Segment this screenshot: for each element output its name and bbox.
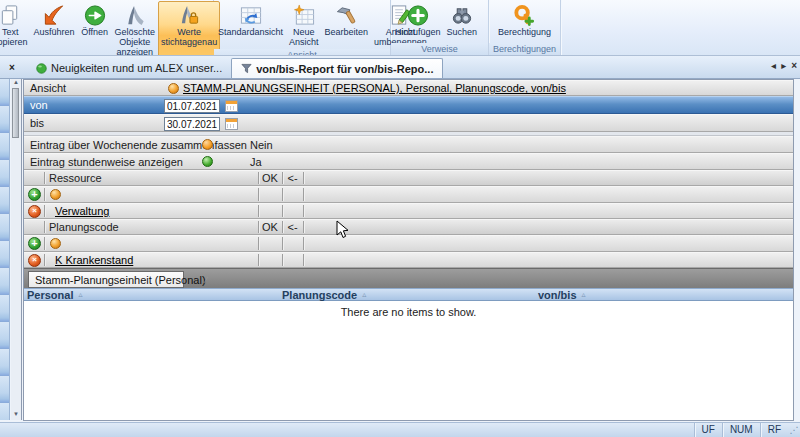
tab-news[interactable]: Neuigkeiten rund um ALEX unser... — [27, 58, 231, 78]
plus-icon: + — [31, 189, 37, 200]
document-tabbar: × Neuigkeiten rund um ALEX unser... von/… — [0, 56, 800, 79]
bis-label: bis — [30, 117, 44, 129]
column-header-vonbis[interactable]: von/bis▵ — [538, 288, 586, 301]
standard-view-grid-icon — [237, 3, 265, 28]
result-section-band: Stamm-Planungseinheit (Personal) ∕ — [24, 268, 793, 288]
ressource-item-link[interactable]: Verwaltung — [55, 204, 109, 218]
von-calendar-icon[interactable] — [225, 100, 238, 112]
show-deleted-objects-button[interactable]: Gelöschte Objekte anzeigen — [112, 1, 159, 56]
resize-grip-icon: ⋰ — [788, 423, 800, 437]
ressource-ball-icon[interactable] — [50, 187, 61, 202]
bis-calendar-icon[interactable] — [225, 118, 238, 130]
scroll-up-icon[interactable]: ▲ — [11, 77, 21, 88]
globe-icon — [36, 63, 47, 74]
new-view-button[interactable]: Neue Ansicht — [286, 1, 322, 49]
open-button[interactable]: Öffnen — [78, 1, 112, 56]
collapsed-side-panel[interactable] — [0, 79, 10, 420]
panel-close-button[interactable]: × — [3, 59, 21, 76]
hourly-status-icon — [202, 154, 213, 169]
ribbon-group-berechtigungen: Berechtigung Berechtigungen — [489, 0, 561, 55]
report-form-panel: Ansicht STAMM-PLANUNGSEINHEIT (PERSONAL)… — [23, 79, 794, 421]
column-header-planungscode[interactable]: Planungscode▵ — [282, 288, 366, 301]
add-plus-icon — [404, 3, 432, 28]
remove-icon: × — [32, 207, 37, 215]
planungscode-header-label: Planungscode — [49, 220, 119, 234]
ribbon-toolbar: Text kopieren Ausführen Öffnen — [0, 0, 800, 56]
execute-arrow-icon — [40, 3, 68, 28]
planungscode-add-row: + — [24, 235, 793, 252]
deleted-objects-icon — [121, 3, 149, 28]
sort-asc-icon: ▵ — [78, 290, 82, 299]
ribbon-group-label-ansicht: Ansicht — [214, 49, 390, 56]
ansicht-label: Ansicht — [30, 82, 66, 94]
tab-report-label: von/bis-Report für von/bis-Repo... — [256, 63, 433, 75]
add-ressource-button[interactable]: + — [28, 187, 41, 202]
values-keydate-button[interactable]: Werte stichtaggenau — [158, 1, 220, 56]
ressource-add-row: + — [24, 186, 793, 203]
sort-asc-icon: ▵ — [362, 290, 366, 299]
edit-label: Bearbeiten — [325, 28, 369, 38]
empty-table-message: There are no items to show. — [24, 306, 793, 318]
execute-button[interactable]: Ausführen — [31, 1, 78, 56]
sheet-tab-stamm-planungseinheit[interactable]: Stamm-Planungseinheit (Personal) ∕ — [28, 271, 184, 288]
remove-ressource-button[interactable]: × — [28, 204, 41, 218]
vertical-scrollbar[interactable]: ▲ ▼ — [11, 79, 22, 420]
ribbon-group-allgemein: Text kopieren Ausführen Öffnen — [0, 0, 214, 55]
add-reference-button[interactable]: Hinzufügen — [392, 1, 444, 43]
ressource-item-row: × Verwaltung — [24, 203, 793, 219]
add-reference-label: Hinzufügen — [395, 28, 441, 38]
add-planungscode-button[interactable]: + — [28, 236, 41, 251]
values-keydate-label: Werte stichtaggenau — [161, 28, 217, 48]
form-row-hourly[interactable]: Eintrag stundenweise anzeigen Ja — [24, 153, 793, 170]
form-row-von[interactable]: von — [24, 96, 793, 114]
tab-close-icon[interactable]: × — [791, 60, 797, 72]
tab-scroll-left-icon[interactable]: ◂ — [771, 60, 776, 72]
copy-text-button[interactable]: Text kopieren — [0, 1, 31, 56]
scrollbar-thumb[interactable] — [12, 88, 19, 138]
status-num-indicator: NUM — [722, 423, 760, 437]
tab-scroll-right-icon[interactable]: ▸ — [781, 60, 786, 72]
weekend-status-icon — [202, 137, 213, 152]
planungscode-item-row: × K Krankenstand — [24, 252, 793, 268]
execute-label: Ausführen — [34, 28, 75, 38]
result-table-body: There are no items to show. — [24, 301, 793, 420]
ribbon-group-ansicht: Standardansicht Neue Ansicht Bearbeiten — [214, 0, 391, 55]
weekend-value: Nein — [250, 137, 273, 152]
search-label: Suchen — [447, 28, 478, 38]
ressource-ok-column: OK — [258, 171, 282, 185]
ressource-header-label: Ressource — [49, 171, 102, 185]
application-window: Text kopieren Ausführen Öffnen — [0, 0, 800, 437]
open-arrow-icon — [81, 3, 109, 28]
ressource-arrow-column: <- — [282, 171, 303, 185]
ressource-header-row: Ressource OK <- — [24, 170, 793, 186]
remove-icon: × — [32, 256, 37, 264]
scroll-down-icon[interactable]: ▼ — [11, 409, 21, 420]
standard-view-label: Standardansicht — [218, 28, 283, 38]
hourly-label: Eintrag stundenweise anzeigen — [30, 156, 183, 168]
permission-key-icon — [510, 3, 538, 28]
search-button[interactable]: Suchen — [444, 1, 481, 43]
von-label: von — [30, 99, 48, 111]
form-row-weekend[interactable]: Eintrag über Wochenende zusammenfassen N… — [24, 136, 793, 153]
weekend-label: Eintrag über Wochenende zusammenfassen — [30, 139, 247, 151]
remove-planungscode-button[interactable]: × — [28, 253, 41, 267]
new-view-grid-icon — [290, 3, 318, 28]
plus-icon: + — [31, 238, 37, 249]
bis-date-input[interactable] — [164, 117, 220, 131]
permission-button[interactable]: Berechtigung — [495, 1, 554, 43]
status-bar: UF NUM RF ⋰ — [0, 422, 800, 437]
filter-icon — [241, 63, 252, 74]
close-icon: × — [9, 62, 15, 73]
column-header-personal[interactable]: Personal▵ — [27, 288, 82, 301]
von-date-input[interactable] — [164, 99, 220, 113]
standard-view-button[interactable]: Standardansicht — [215, 1, 286, 49]
planungscode-ball-icon[interactable] — [50, 236, 61, 251]
form-row-bis[interactable]: bis — [24, 114, 793, 132]
tab-report[interactable]: von/bis-Report für von/bis-Repo... — [231, 58, 443, 78]
view-definition-link[interactable]: STAMM-PLANUNGSEINHEIT (PERSONAL), Person… — [183, 81, 566, 95]
planungscode-header-row: Planungscode OK <- — [24, 219, 793, 235]
planungscode-item-link[interactable]: K Krankenstand — [55, 253, 133, 267]
edit-button[interactable]: Bearbeiten — [322, 1, 372, 49]
result-table-header: Personal▵ Planungscode▵ von/bis▵ — [24, 288, 793, 301]
hammer-icon — [332, 3, 360, 28]
